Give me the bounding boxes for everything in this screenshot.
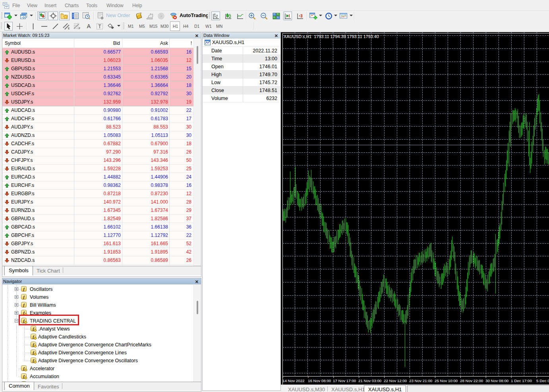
svg-text:T: T — [98, 24, 101, 29]
svg-text:28 Nov 22:00: 28 Nov 22:00 — [460, 379, 483, 383]
svg-text:17 Nov 17:00: 17 Nov 17:00 — [333, 379, 356, 383]
svg-text:25 Nov 10:00: 25 Nov 10:00 — [435, 379, 458, 383]
svg-text:F: F — [79, 27, 80, 30]
svg-text:A: A — [87, 23, 91, 29]
svg-text:14 Nov 2022: 14 Nov 2022 — [282, 379, 305, 383]
svg-text:21 Nov 03:00: 21 Nov 03:00 — [358, 379, 382, 383]
svg-text:5 Dec 03:00: 5 Dec 03:00 — [536, 379, 549, 383]
svg-text:22 Nov 12:00: 22 Nov 12:00 — [384, 379, 407, 383]
svg-text:XAUUSD.s,H1 1793.11 1794.39 1: XAUUSD.s,H1 1793.11 1794.39 1793.11 1793… — [284, 34, 379, 39]
svg-text:23 Nov 21:00: 23 Nov 21:00 — [409, 379, 433, 383]
svg-text:E: E — [68, 27, 70, 30]
svg-text:16 Nov 08:00: 16 Nov 08:00 — [308, 379, 331, 383]
svg-text:30 Nov 08:00: 30 Nov 08:00 — [485, 379, 509, 383]
svg-text:1 Dec 17:00: 1 Dec 17:00 — [511, 379, 532, 383]
